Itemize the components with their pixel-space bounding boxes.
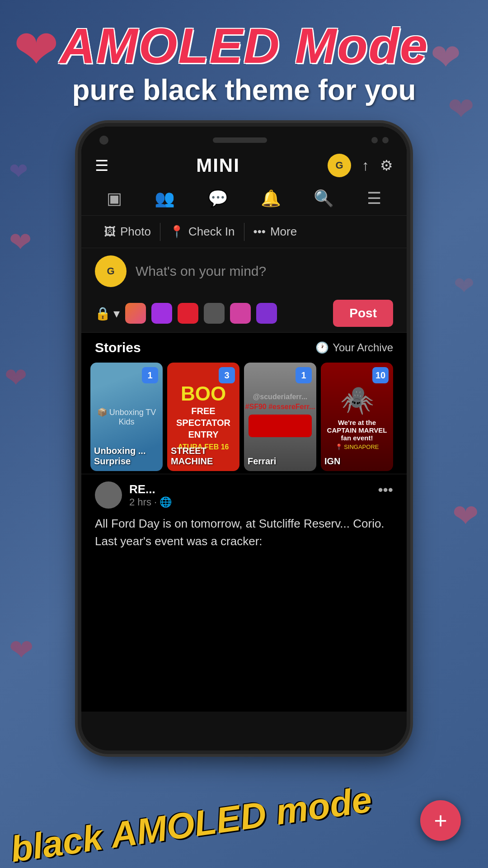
post-meta: 2 hrs · 🌐 [129, 496, 172, 508]
ign-content: 🕷️ We're at the CAPTAIN MARVEL fan event… [321, 380, 393, 454]
phone-frame: 16:11 ⏰ 🔇 📍 📶 ●●● 45% 🔋 ☰ MINI G ↑ ⚙ [81, 127, 407, 750]
feed-post: RE... 2 hrs · 🌐 ••• All Ford Day is on t… [81, 474, 407, 557]
post-button[interactable]: Post [333, 300, 393, 327]
post-username: RE... [129, 482, 172, 496]
color-swatch-pink[interactable] [230, 303, 251, 324]
sensor-2 [382, 137, 389, 143]
color-swatch-violet[interactable] [256, 303, 277, 324]
story-label-streetmachine: STREETMACHINE [171, 446, 236, 467]
post-options-dots[interactable]: ••• [378, 481, 393, 498]
post-user-avatar-img [95, 481, 122, 509]
heart-deco-9: ❤ [9, 158, 28, 184]
heart-deco-8: ❤ [454, 271, 474, 300]
nav-icons: G ↑ ⚙ [328, 154, 393, 177]
spiderman-icon: 🕷️ [324, 384, 389, 416]
icon-bar: ▣ 👥 💬 🔔 🔍 ☰ [81, 184, 407, 216]
story-badge-4: 10 [372, 367, 389, 383]
color-swatch-gray[interactable] [204, 303, 225, 324]
color-swatches: 🔒 ▾ [95, 303, 277, 324]
dropdown-arrow: ▾ [113, 306, 120, 321]
notifications-icon[interactable]: 🔔 [261, 189, 281, 208]
post-user-details: RE... 2 hrs · 🌐 [129, 482, 172, 508]
story-badge-1: 1 [142, 367, 158, 383]
story-label-unboxing: Unboxing ...Surprise [94, 446, 159, 467]
archive-button[interactable]: 🕐 Your Archive [315, 341, 393, 354]
privacy-lock[interactable]: 🔒 ▾ [95, 306, 120, 321]
ferrari-hashtags: #SF90 #essereFerr... [245, 403, 315, 411]
story-badge-3: 1 [296, 367, 312, 383]
story-item-ign[interactable]: 🕷️ We're at the CAPTAIN MARVEL fan event… [321, 363, 393, 471]
post-input-area: G What's on your mind? [81, 248, 407, 294]
story-badge-2: 3 [219, 367, 235, 383]
more-option[interactable]: ••• More [244, 222, 306, 241]
more-dots-icon: ••• [253, 225, 266, 239]
story-item-ferrari[interactable]: @scuderiaferr... #SF90 #essereFerr... 1 … [244, 363, 316, 471]
search-icon[interactable]: 🔍 [314, 189, 334, 208]
lock-icon: 🔒 [95, 306, 111, 321]
chat-icon[interactable]: 💬 [208, 189, 228, 208]
stories-row: 📦 Unboxing TV Kids 1 Unboxing ...Surpris… [81, 360, 407, 474]
upload-icon[interactable]: ↑ [362, 157, 369, 174]
post-user-info: RE... 2 hrs · 🌐 [95, 481, 172, 509]
subtitle-text: pure black theme for you [0, 73, 488, 108]
story-content-text: 📦 Unboxing TV Kids [90, 404, 163, 430]
post-header: RE... 2 hrs · 🌐 ••• [95, 481, 393, 509]
photo-icon: 🖼 [104, 225, 116, 239]
feed-icon[interactable]: ▣ [107, 189, 122, 208]
color-swatch-red[interactable] [178, 303, 198, 324]
boo-big-text: BOO [181, 382, 226, 405]
phone-sensors [371, 137, 389, 143]
checkin-option[interactable]: 📍 Check In [160, 222, 244, 241]
photo-option[interactable]: 🖼 Photo [95, 222, 160, 241]
checkin-icon: 📍 [169, 225, 184, 239]
boo-small-text: FREESPECTATORENTRY [176, 405, 230, 440]
phone-speaker [213, 137, 267, 143]
settings-icon[interactable]: ⚙ [380, 157, 393, 174]
sensor-1 [371, 137, 378, 143]
user-avatar[interactable]: G [328, 154, 351, 177]
fab-button[interactable]: + [420, 800, 461, 841]
heart-deco-6: ❤ [452, 497, 479, 534]
menu-icon[interactable]: ☰ [367, 189, 381, 208]
amoled-title: AMOLED Mode [0, 18, 488, 73]
ign-caption: We're at the CAPTAIN MARVEL fan event! [324, 419, 389, 442]
post-options-bar: 🖼 Photo 📍 Check In ••• More [81, 216, 407, 248]
app-content: ☰ MINI G ↑ ⚙ ▣ 👥 💬 🔔 🔍 ☰ 🖼 Photo [81, 146, 407, 712]
color-palette-bar: 🔒 ▾ Post [81, 294, 407, 333]
stories-header: Stories 🕐 Your Archive [81, 333, 407, 360]
story-item-unboxing[interactable]: 📦 Unboxing TV Kids 1 Unboxing ...Surpris… [90, 363, 163, 471]
story-label-ign: IGN [324, 456, 389, 467]
heart-deco-4: ❤ [9, 226, 32, 258]
story-item-streetmachine[interactable]: BOO FREESPECTATORENTRY ATURA FEB 16 3 ST… [167, 363, 239, 471]
color-swatch-gradient[interactable] [125, 303, 146, 324]
camera-sensor [99, 136, 108, 145]
archive-icon: 🕐 [315, 341, 329, 354]
ferrari-content: @scuderiaferr... #SF90 #essereFerr... [245, 393, 315, 441]
post-user-avatar: G [95, 255, 127, 287]
color-swatch-purple[interactable] [151, 303, 172, 324]
heart-deco-7: ❤ [9, 633, 33, 667]
heart-deco-5: ❤ [5, 362, 27, 393]
post-text-content: All Ford Day is on tomorrow, at Sutcliff… [95, 515, 393, 550]
top-banner: AMOLED Mode pure black theme for you [0, 18, 488, 108]
post-placeholder-text[interactable]: What's on your mind? [136, 264, 266, 279]
ign-location: 📍 SINGAPORE [324, 443, 389, 450]
ferrari-car-icon [249, 415, 312, 437]
bottom-banner-overlay: black AMOLED mode [9, 804, 479, 845]
app-logo: MINI [196, 155, 240, 176]
friends-icon[interactable]: 👥 [155, 189, 175, 208]
hamburger-button[interactable]: ☰ [95, 156, 108, 175]
stories-title: Stories [95, 340, 141, 355]
phone-notch [81, 127, 407, 154]
ferrari-account: @scuderiaferr... [245, 393, 315, 401]
story-label-ferrari: Ferrari [248, 456, 313, 467]
